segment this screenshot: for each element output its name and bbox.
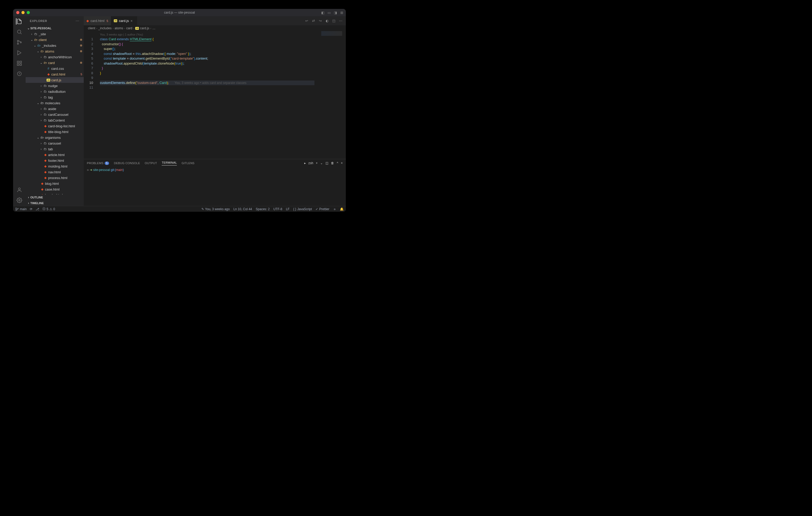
folder-item[interactable]: ›🗀_site xyxy=(26,31,84,37)
file-item[interactable]: JScard.js xyxy=(26,77,84,83)
split-terminal-icon[interactable]: ◫ xyxy=(325,161,328,165)
layout-sidebar-right-icon[interactable]: ◨ xyxy=(333,10,338,14)
terminal-dropdown-icon[interactable]: ⌄ xyxy=(320,161,323,165)
terminal-shell-name[interactable]: zsh xyxy=(309,161,313,165)
close-panel-icon[interactable]: × xyxy=(341,161,343,165)
folder-item[interactable]: ›🗀carousel xyxy=(26,140,84,146)
cursor-position[interactable]: Ln 10, Col 44 xyxy=(233,207,252,211)
file-item[interactable]: ◆title-blog.html xyxy=(26,129,84,134)
file-item[interactable]: ◆card.html5 xyxy=(26,71,84,77)
tab-card-js[interactable]: JS card.js × xyxy=(111,16,137,25)
eol[interactable]: LF xyxy=(286,207,290,211)
timeline-section[interactable]: › TIMELINE xyxy=(26,200,84,206)
outline-section[interactable]: › OUTLINE xyxy=(26,194,84,200)
search-icon[interactable] xyxy=(16,29,23,35)
git-branch[interactable]: main xyxy=(15,207,27,211)
js-icon: JS xyxy=(135,27,139,30)
kill-terminal-icon[interactable]: 🗑 xyxy=(331,161,334,165)
panel-tabs: PROBLEMS5 DEBUG CONSOLE OUTPUT TERMINAL … xyxy=(84,159,346,167)
file-item[interactable]: ◆article.html xyxy=(26,152,84,158)
file-item[interactable]: ◆case.html xyxy=(26,186,84,192)
file-item[interactable]: ◆footer.html xyxy=(26,158,84,163)
maximize-panel-icon[interactable]: ^ xyxy=(337,161,338,165)
zoom-window-button[interactable] xyxy=(27,11,30,14)
terminal-shell-icon[interactable]: ▸ xyxy=(304,161,306,165)
remote-icon[interactable] xyxy=(16,70,23,77)
extensions-icon[interactable] xyxy=(16,60,23,66)
svg-point-9 xyxy=(18,188,20,190)
folder-item[interactable]: ⌄🗁atoms xyxy=(26,48,84,54)
explorer-icon[interactable] xyxy=(16,18,22,25)
file-item[interactable]: ◆blog.html xyxy=(26,181,84,186)
sidebar-more-icon[interactable]: ⋯ xyxy=(76,19,80,23)
gitlens-arrow-icon[interactable]: ↩ xyxy=(304,19,309,23)
terminal-tab[interactable]: TERMINAL xyxy=(162,161,177,165)
file-item[interactable]: ◆process.html xyxy=(26,175,84,181)
file-tree[interactable]: ›🗀_site⌄🗁client⌄🗁_includes⌄🗁atoms›🗀ancho… xyxy=(26,31,84,194)
bell-icon[interactable]: 🔔 xyxy=(340,207,344,211)
crumb[interactable]: _includes xyxy=(98,26,112,30)
vscode-window: card.js — site-pessoal ◧ ▭ ◨ ⊞ EXPLORER xyxy=(13,9,346,212)
folder-item[interactable]: ⌄🗁_includes xyxy=(26,42,84,48)
debug-console-tab[interactable]: DEBUG CONSOLE xyxy=(114,161,140,165)
folder-item[interactable]: ›🗀tab xyxy=(26,146,84,152)
indentation[interactable]: Spaces: 2 xyxy=(256,207,270,211)
folder-item[interactable]: ›🗀nudge xyxy=(26,83,84,89)
new-terminal-icon[interactable]: + xyxy=(316,161,318,165)
folder-item[interactable]: ›🗀cardCarousel xyxy=(26,112,84,117)
run-debug-icon[interactable] xyxy=(16,50,23,56)
problems-tab[interactable]: PROBLEMS5 xyxy=(87,161,109,165)
close-tab-icon[interactable]: × xyxy=(130,19,134,23)
split-editor-icon[interactable]: ◫ xyxy=(332,19,336,23)
close-window-button[interactable] xyxy=(16,11,19,14)
breadcrumb[interactable]: client› _includes› atoms› card› JS card.… xyxy=(84,25,346,31)
output-tab[interactable]: OUTPUT xyxy=(145,161,157,165)
sync-icon[interactable]: ⟳ xyxy=(30,207,32,211)
folder-item[interactable]: ›🗀aside xyxy=(26,106,84,112)
more-actions-icon[interactable]: ⋯ xyxy=(339,19,343,23)
code-editor[interactable]: You, 3 weeks ago | 1 author (You) 123456… xyxy=(84,31,346,159)
file-item[interactable]: ◆header.html xyxy=(26,192,84,194)
problems-status[interactable]: ⓧ 5 ⚠ 0 xyxy=(42,207,55,211)
source-control-icon[interactable] xyxy=(16,39,23,45)
file-item[interactable]: ◆molding.html xyxy=(26,163,84,169)
minimap[interactable] xyxy=(321,31,342,36)
folder-item[interactable]: ⌄🗁client xyxy=(26,37,84,42)
feedback-icon[interactable]: ⨳ xyxy=(333,207,336,211)
layout-customize-icon[interactable]: ⊞ xyxy=(340,10,344,14)
crumb[interactable]: … xyxy=(152,26,155,30)
gitlens-status-icon[interactable]: ⎇ xyxy=(36,207,39,211)
minimize-window-button[interactable] xyxy=(22,11,25,14)
blame-status[interactable]: ✎ You, 3 weeks ago xyxy=(201,207,230,211)
gitlens-toggle-icon[interactable]: ◐ xyxy=(325,19,329,23)
encoding[interactable]: UTF-8 xyxy=(273,207,282,211)
file-item[interactable]: ◆card-blog-list.html xyxy=(26,123,84,129)
file-item[interactable]: #card.css xyxy=(26,66,84,71)
account-icon[interactable] xyxy=(16,187,23,193)
prettier-status[interactable]: ✓ Prettier xyxy=(316,207,329,211)
crumb[interactable]: atoms xyxy=(115,26,123,30)
layout-sidebar-left-icon[interactable]: ◧ xyxy=(321,10,325,14)
folder-item[interactable]: ⌄🗁molecules xyxy=(26,100,84,106)
folder-item[interactable]: ›🗀radioButton xyxy=(26,89,84,94)
file-item[interactable]: ◆nav.html xyxy=(26,169,84,175)
project-section[interactable]: ⌄ SITE-PESSOAL xyxy=(26,25,84,31)
gitlens-tab[interactable]: GITLENS xyxy=(181,161,194,165)
code-content[interactable]: class Card extends HTMLElement { constru… xyxy=(100,37,314,90)
crumb[interactable]: card xyxy=(126,26,132,30)
settings-gear-icon[interactable] xyxy=(16,197,23,203)
folder-item[interactable]: ›🗀tabContent xyxy=(26,117,84,123)
layout-panel-icon[interactable]: ▭ xyxy=(327,10,331,14)
folder-item[interactable]: ›🗀tag xyxy=(26,94,84,100)
gitlens-next-icon[interactable]: ↪ xyxy=(318,19,322,23)
folder-item[interactable]: ›🗀anchorWithIcon xyxy=(26,54,84,60)
language-mode[interactable]: { } JavaScript xyxy=(293,207,312,211)
crumb[interactable]: client xyxy=(88,26,95,30)
tab-card-html[interactable]: ◆ card.html 5 xyxy=(84,16,111,25)
gitlens-compare-icon[interactable]: ⇄ xyxy=(311,19,316,23)
folder-item[interactable]: ⌄🗁card xyxy=(26,60,84,66)
folder-item[interactable]: ⌄🗁organisms xyxy=(26,134,84,140)
blame-annotation: You, 3 weeks ago | 1 author (You) xyxy=(100,32,143,37)
crumb[interactable]: card.js xyxy=(140,26,149,30)
terminal[interactable]: ○ ➜ site-pessoal git:(main) xyxy=(84,167,346,206)
